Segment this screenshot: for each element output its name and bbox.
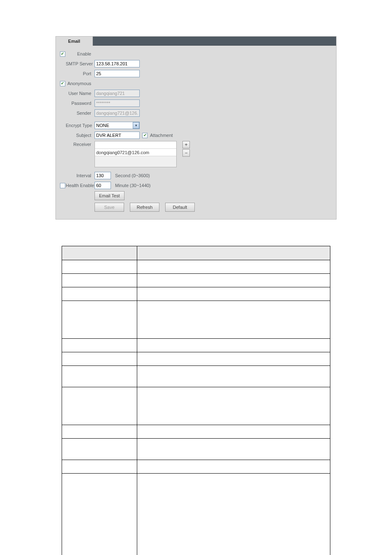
enable-label: Enable [66, 51, 95, 56]
attachment-label: Attachment [150, 133, 173, 138]
subject-label: Subject [66, 133, 95, 138]
refresh-button[interactable]: Refresh [130, 203, 159, 212]
chevron-down-icon[interactable]: ▾ [133, 122, 139, 129]
health-enable-label: Health Enable [66, 183, 95, 188]
port-input[interactable] [95, 70, 140, 77]
add-receiver-button[interactable]: + [182, 141, 190, 148]
anonymous-checkbox[interactable] [60, 81, 65, 86]
smtp-label: SMTP Server [66, 61, 95, 66]
sender-label: Sender [66, 111, 95, 116]
attachment-checkbox[interactable] [142, 133, 148, 138]
remove-receiver-button[interactable]: − [182, 149, 190, 157]
parameter-table [62, 246, 330, 555]
receiver-label: Receiver [66, 141, 95, 147]
email-settings-panel: Email Enable SMTP Server Port [55, 36, 337, 220]
health-interval-input[interactable] [95, 182, 111, 189]
health-unit: Minute (30~1440) [115, 183, 151, 188]
tab-email[interactable]: Email [56, 37, 93, 46]
smtp-server-input[interactable] [95, 60, 140, 67]
sender-input [95, 109, 140, 117]
tab-bar: Email [56, 37, 336, 46]
receiver-list-item[interactable]: dongqiang0721@126.com [95, 149, 176, 156]
subject-input[interactable] [95, 132, 140, 139]
interval-label: Interval [66, 173, 95, 178]
interval-unit: Second (0~3600) [115, 173, 150, 178]
encrypt-label: Encrypt Type [66, 123, 95, 128]
anonymous-label: Anonymous [66, 81, 95, 86]
default-button[interactable]: Default [165, 203, 195, 212]
receiver-input-line[interactable] [95, 141, 176, 149]
username-input [95, 90, 140, 97]
port-label: Port [66, 71, 95, 76]
enable-checkbox[interactable] [60, 51, 65, 57]
save-button[interactable]: Save [95, 203, 124, 212]
email-test-button[interactable]: Email Test [95, 191, 125, 200]
password-input [95, 99, 140, 107]
password-label: Password [66, 101, 95, 106]
health-enable-checkbox[interactable] [60, 183, 65, 188]
interval-input[interactable] [95, 172, 111, 179]
username-label: User Name [66, 91, 95, 96]
tab-bar-fill [93, 37, 336, 46]
receiver-area: dongqiang0721@126.com [95, 141, 177, 167]
